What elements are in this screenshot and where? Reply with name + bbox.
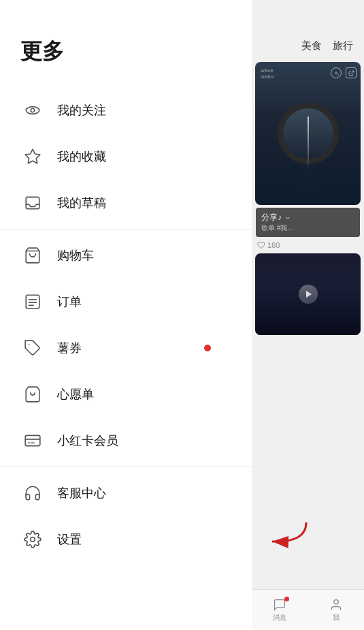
likes-area: 160 xyxy=(252,240,364,251)
card1-user: wave viatra xyxy=(261,67,274,80)
menu-panel: 更多 我的关注 我的收藏 我的草稿 xyxy=(0,0,252,630)
divider-2 xyxy=(0,467,252,467)
share-label: 分享♪ xyxy=(261,212,282,223)
settings-label: 设置 xyxy=(57,531,82,548)
customer-service-label: 客服中心 xyxy=(57,485,106,501)
sidebar-item-my-follows[interactable]: 我的关注 xyxy=(0,87,252,133)
sidebar-item-customer-service[interactable]: 客服中心 xyxy=(0,470,252,516)
music-section[interactable]: 分享♪ 歌单 #我… xyxy=(256,208,360,237)
right-panel: 美食 旅行 wave viatra xyxy=(252,0,364,630)
card-icon xyxy=(20,428,45,453)
messages-label: 消息 xyxy=(273,613,286,623)
coupons-label: 薯券 xyxy=(57,340,82,356)
divider-1 xyxy=(0,229,252,230)
my-drafts-label: 我的草稿 xyxy=(57,195,106,211)
shopping-cart-label: 购物车 xyxy=(57,247,94,264)
messages-badge xyxy=(284,597,289,601)
star-icon xyxy=(20,144,45,169)
bottom-nav-profile[interactable]: 我 xyxy=(329,598,343,623)
sidebar-item-settings[interactable]: 设置 xyxy=(0,516,252,563)
my-favorites-label: 我的收藏 xyxy=(57,148,106,165)
gear-icon xyxy=(20,527,45,552)
sidebar-item-my-drafts[interactable]: 我的草稿 xyxy=(0,180,252,226)
sidebar-item-orders[interactable]: 订单 xyxy=(0,279,252,325)
music-subtitle: 歌单 #我… xyxy=(261,223,354,233)
profile-label: 我 xyxy=(333,613,340,623)
content-card-2[interactable] xyxy=(255,253,361,335)
svg-point-0 xyxy=(26,107,39,114)
inbox-icon xyxy=(20,191,45,215)
svg-marker-2 xyxy=(25,149,40,163)
app-container: 更多 我的关注 我的收藏 我的草稿 xyxy=(0,0,364,630)
sidebar-item-shopping-cart[interactable]: 购物车 xyxy=(0,232,252,279)
orders-label: 订单 xyxy=(57,294,82,310)
svg-point-12 xyxy=(31,537,35,542)
membership-label: 小红卡会员 xyxy=(57,432,118,449)
wishlist-label: 心愿单 xyxy=(57,386,94,403)
content-card-1[interactable]: wave viatra xyxy=(255,62,361,205)
card1-action-icons xyxy=(331,67,357,78)
nav-tag-travel[interactable]: 旅行 xyxy=(333,40,353,52)
svg-line-15 xyxy=(350,71,353,74)
svg-rect-10 xyxy=(25,435,40,445)
likes-count: 160 xyxy=(267,241,280,249)
svg-point-1 xyxy=(31,108,34,112)
svg-point-14 xyxy=(335,72,337,74)
bottom-nav-messages[interactable]: 消息 xyxy=(273,598,286,623)
nav-tag-food[interactable]: 美食 xyxy=(301,40,322,52)
bag-icon xyxy=(20,382,45,407)
coupons-badge xyxy=(204,345,211,351)
svg-point-16 xyxy=(333,599,338,604)
cart-icon xyxy=(20,243,45,268)
right-nav-tags: 美食 旅行 xyxy=(252,0,364,59)
tag-icon xyxy=(20,336,45,360)
sidebar-item-coupons[interactable]: 薯券 xyxy=(0,325,252,371)
headset-icon xyxy=(20,481,45,505)
sidebar-item-my-favorites[interactable]: 我的收藏 xyxy=(0,133,252,180)
menu-list: 我的关注 我的收藏 我的草稿 xyxy=(0,87,252,563)
svg-rect-5 xyxy=(26,295,39,309)
eye-icon xyxy=(20,98,45,123)
list-icon xyxy=(20,289,45,314)
my-follows-label: 我的关注 xyxy=(57,102,106,119)
bottom-navigation: 消息 我 xyxy=(252,589,364,630)
page-title: 更多 xyxy=(0,0,252,87)
sidebar-item-membership[interactable]: 小红卡会员 xyxy=(0,418,252,464)
sidebar-item-wishlist[interactable]: 心愿单 xyxy=(0,371,252,418)
